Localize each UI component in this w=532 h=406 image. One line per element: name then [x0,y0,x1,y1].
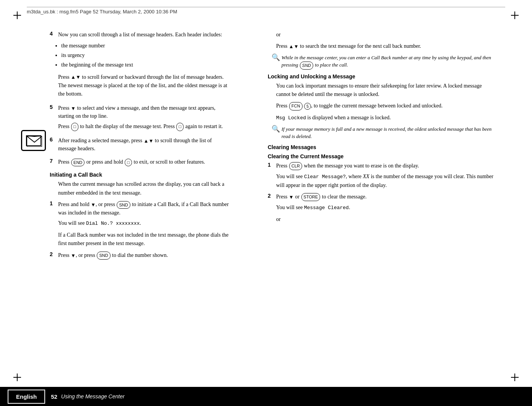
step-7-block: 7 Press END or press and hold □ to exit,… [50,158,229,166]
call-sub1-text: Press and hold ▼, or press SND to initia… [58,200,229,217]
nav-arrows-icon: ▲▼ [71,73,81,81]
menu-button-inline-2: □ [176,123,184,131]
call-sub2: 2 Press ▼, or press SND to dial the numb… [50,251,229,260]
initiating-call-back-block: Initiating a Call Back When the current … [50,172,229,259]
step-4-bullets: the message number its urgency the begin… [61,41,229,70]
store-btn-clear: STORE [301,193,321,201]
initiating-intro: When the current message has scrolled ac… [58,180,229,197]
step-4-header: 4 Now you can scroll through a list of m… [50,31,229,39]
clear-sub2-num: 2 [268,193,276,201]
fcn-btn-lock: FCN [289,102,303,110]
step-5-number: 5 [50,104,58,110]
clear-msg-mono: Clear Message? [304,174,346,180]
msg-locked-text: Msg Locked is displayed when a message i… [276,114,497,122]
step-4-number: 4 [50,31,58,37]
step-4-scroll-text: Press ▲▼ to scroll forward or backward t… [58,73,229,99]
nav-arrows-search: ▲▼ [289,43,299,51]
note-text-2: If your message memory is full and a new… [281,125,497,140]
call-sub1-num: 1 [50,200,58,217]
step-5-block: 5 Press ▼ to select and view a message, … [50,104,229,131]
step-7-header: 7 Press END or press and hold □ to exit,… [50,158,229,166]
clearing-heading: Clearing Messages [268,144,497,150]
nav-down-icon: ▼ [71,105,76,112]
corner-mark-tl [11,11,23,23]
step-5-text: Press ▼ to select and view a message, an… [58,104,229,120]
bullet-msg-number: the message number [61,41,229,50]
clear-sub2-text: Press ▼ or STORE to clear the message. [276,193,497,201]
note-icon-1: 🔍 [272,53,280,62]
clear-sub1-text: Press CLR when the message you want to e… [276,162,497,170]
header-text: m3tda_us.bk : msg.fm5 Page 52 Thursday, … [27,9,177,15]
menu-button-7: □ [125,159,132,167]
note-text-1: While in the message center, you can ent… [281,54,497,70]
step-5-header: 5 Press ▼ to select and view a message, … [50,104,229,120]
footer-bar: English 52 Using the Message Center [0,387,532,406]
bullet-urgency: its urgency [61,50,229,60]
step-6-header: 6 After reading a selected message, pres… [50,136,229,153]
step-6-text: After reading a selected message, press … [58,136,229,153]
call-sub1: 1 Press and hold ▼, or press SND to init… [50,200,229,217]
snd-button-cs1: SND [117,201,130,209]
clear-sub2-see: You will see Message Cleared. [276,203,497,212]
snd-button-cs2: SND [97,252,110,260]
step-4-intro: Now you can scroll through a list of mes… [58,31,229,39]
clear-sub2: 2 Press ▼ or STORE to clear the message. [268,193,497,201]
nav-down-cs3: ▼ [289,193,294,201]
step-6-block: 6 After reading a selected message, pres… [50,136,229,153]
initiating-heading: Initiating a Call Back [50,172,229,178]
menu-button-inline: □ [71,123,78,131]
footer-language: English [8,390,45,404]
snd-note-btn: SND [300,62,313,70]
locking-press-text: Press FCN 5, to toggle the current messa… [276,102,497,110]
nav-ud-icon: ▲▼ [144,137,154,145]
footer-title: Using the Message Center [61,393,125,400]
step-6-number: 6 [50,136,58,143]
clear-sub1-num: 1 [268,162,276,170]
right-column: or Press ▲▼ to search the text message f… [268,31,497,227]
footer-page-number: 52 [51,393,57,400]
end-button: END [71,159,85,167]
press-search-text: Press ▲▼ to search the text message for … [276,42,497,50]
locking-intro: You can lock important messages to ensur… [276,82,497,99]
locking-heading: Locking and Unlocking a Message [268,73,497,80]
step-7-number: 7 [50,158,58,164]
message-icon [21,130,46,151]
call-sub1-see: You will see Dial No.? xxxxxxxx. [58,219,229,228]
nav-down-cs1: ▼ [91,201,96,209]
corner-mark-br [509,374,521,385]
corner-mark-tr [509,11,521,23]
call-sub1-if: If a Call Back number was not included i… [58,231,229,248]
nav-down-cs2: ▼ [71,252,76,260]
envelope-icon [26,135,41,146]
clearing-sub-heading: Clearing the Current Message [268,153,497,159]
clear-sub1-see: You will see Clear Message?, where XX is… [276,172,497,190]
call-sub2-num: 2 [50,251,58,260]
call-sub2-text: Press ▼, or press SND to dial the number… [58,251,229,260]
bullet-msg-text: the beginning of the message text [61,60,229,70]
or-text-2: or [276,215,497,224]
step-5-halt-text: Press □ to halt the display of the messa… [58,122,229,131]
msg-locked-mono: Msg Locked [276,115,306,121]
msg-cleared-mono: Message Cleared [304,205,349,211]
dial-no-monospace: Dial No.? xxxxxxxx [86,221,140,226]
note-block-1: 🔍 While in the message center, you can e… [272,54,497,70]
five-btn-lock: 5 [304,103,311,110]
step-7-text: Press END or press and hold □ to exit, o… [58,158,229,166]
header-bar: m3tda_us.bk : msg.fm5 Page 52 Thursday, … [27,7,505,15]
page-container: m3tda_us.bk : msg.fm5 Page 52 Thursday, … [0,0,532,406]
clr-btn-clear: CLR [289,162,302,170]
note-icon-2: 🔍 [272,125,280,133]
corner-mark-bl [11,374,23,385]
clear-sub1: 1 Press CLR when the message you want to… [268,162,497,170]
step-4-block: 4 Now you can scroll through a list of m… [50,31,229,99]
left-column: 4 Now you can scroll through a list of m… [50,31,229,265]
note-block-2: 🔍 If your message memory is full and a n… [272,125,497,140]
or-text-1: or [276,31,497,39]
